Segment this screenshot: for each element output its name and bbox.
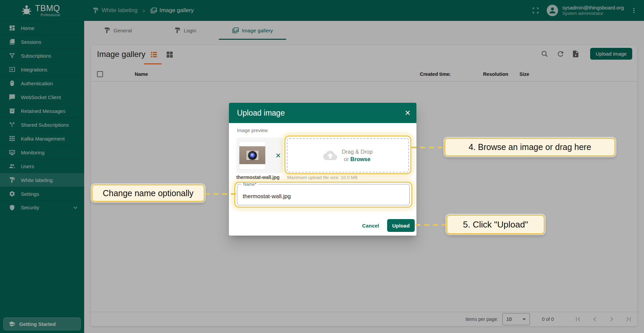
- remove-image-icon[interactable]: ×: [276, 151, 281, 160]
- callout-browse: 4. Browse an image or drag here: [444, 138, 615, 156]
- image-name-input[interactable]: [237, 184, 409, 205]
- callout-rename: Change name optionally: [92, 184, 205, 202]
- screen: TBMQ Professional HomeSessionsSubscripti…: [0, 0, 644, 333]
- dropzone-or: or: [344, 156, 349, 162]
- dropzone[interactable]: Drag & Drop or Browse: [287, 138, 409, 173]
- close-icon[interactable]: ×: [405, 108, 410, 118]
- callout-connector-browse: [411, 147, 445, 148]
- dialog-title: Upload image: [237, 109, 285, 118]
- thumbnail-image: [239, 142, 265, 169]
- callout-connector-upload: [415, 224, 447, 226]
- cancel-button[interactable]: Cancel: [358, 219, 384, 232]
- image-preview-label: Image preview: [237, 128, 268, 133]
- dropzone-title: Drag & Drop: [342, 148, 373, 155]
- image-preview-thumbnail: ×: [236, 138, 283, 173]
- max-size-hint: Maximum upload file size: 10.0 MB: [287, 175, 358, 180]
- dropzone-text: Drag & Drop or Browse: [342, 148, 373, 163]
- cloud-upload-icon: [323, 148, 337, 162]
- callout-connector-rename: [205, 193, 236, 195]
- thermostat-photo: [239, 146, 265, 164]
- callout-upload: 5. Click "Upload": [446, 215, 545, 234]
- upload-button[interactable]: Upload: [387, 219, 415, 232]
- name-field: Name*: [237, 184, 410, 205]
- dialog-header: Upload image ×: [229, 103, 416, 123]
- upload-image-dialog: Upload image × Image preview × Drag & Dr…: [229, 103, 416, 236]
- selected-file-name: thermostat-wall.jpg: [236, 175, 279, 180]
- browse-link[interactable]: Browse: [350, 156, 371, 162]
